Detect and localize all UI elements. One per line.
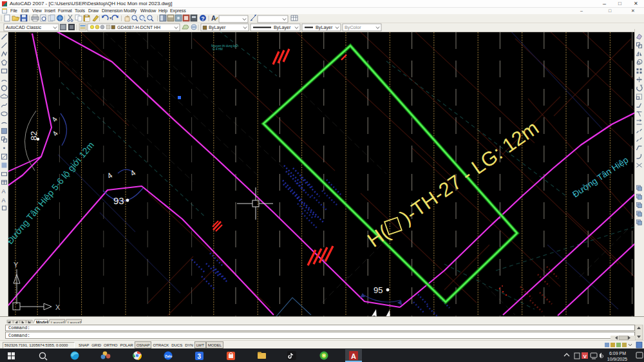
svg-text:ByColor: ByColor: [345, 24, 361, 30]
svg-text:ByLayer: ByLayer: [316, 24, 333, 30]
svg-text:V: V: [583, 354, 587, 359]
svg-text:10/9/2025: 10/9/2025: [607, 357, 627, 361]
svg-text:Đường Tân Hiệp: Đường Tân Hiệp: [571, 155, 630, 200]
svg-text:3: 3: [198, 353, 202, 360]
svg-text:4: 4: [106, 171, 115, 180]
svg-text:4: 4: [50, 115, 59, 123]
svg-text:A: A: [2, 197, 6, 204]
svg-text:Zalo: Zalo: [165, 354, 173, 358]
svg-text:ByLayer: ByLayer: [209, 24, 226, 30]
svg-text:6:09 PM: 6:09 PM: [609, 351, 626, 356]
svg-text:Y: Y: [14, 261, 19, 269]
svg-text:93: 93: [113, 195, 124, 206]
svg-text:ByLayer: ByLayer: [274, 24, 291, 30]
svg-text:to 4 HM: to 4 HM: [213, 48, 223, 51]
svg-text:95: 95: [374, 285, 383, 295]
svg-text:4: 4: [51, 129, 59, 137]
svg-text:4: 4: [129, 168, 138, 178]
svg-text:A: A: [211, 15, 216, 22]
svg-text:AutoCAD Classic: AutoCAD Classic: [6, 24, 42, 30]
svg-text:Đường Tân Hiệp 5-6 lộ giới 12m: Đường Tân Hiệp 5-6 lộ giới 12m: [8, 140, 96, 246]
svg-text:GD4087-H-DCNT HH: GD4087-H-DCNT HH: [117, 25, 160, 30]
svg-text:A: A: [351, 352, 356, 360]
svg-text:A: A: [2, 188, 6, 195]
svg-text:?: ?: [202, 15, 205, 22]
svg-text:X: X: [55, 303, 61, 311]
